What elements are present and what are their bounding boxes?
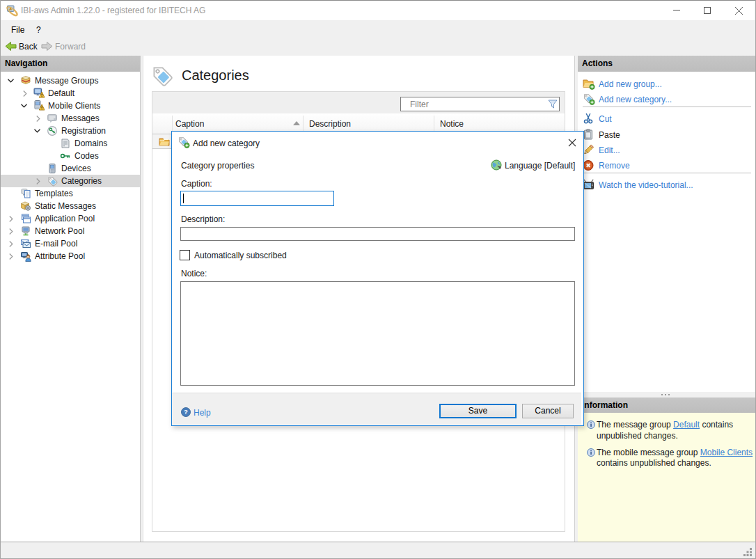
svg-text:?: ? [184, 408, 188, 416]
